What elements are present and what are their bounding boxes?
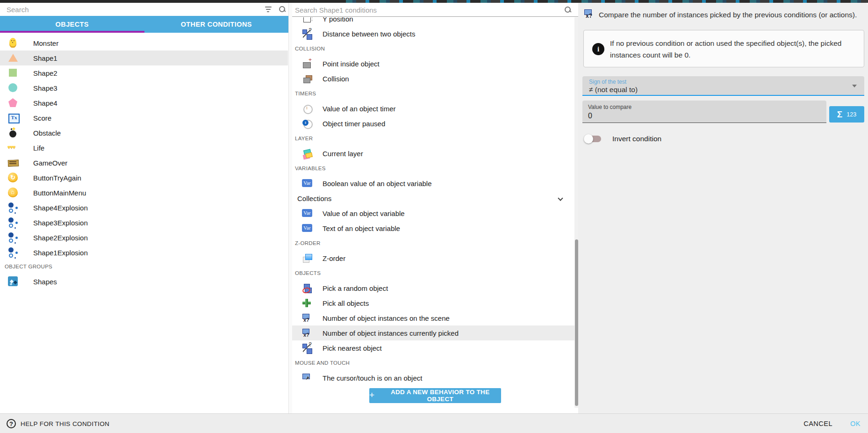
condition-item[interactable]: Number of object instances currently pic… — [292, 325, 574, 340]
condition-item[interactable]: Boolean value of an object variable — [292, 176, 574, 191]
pick-all-icon — [302, 298, 312, 308]
object-list-item[interactable]: Shape3 — [0, 80, 288, 95]
tab-objects[interactable]: OBJECTS — [0, 16, 144, 33]
timer-icon — [302, 103, 312, 114]
filter-icon[interactable] — [265, 6, 272, 13]
condition-label: Point inside object — [323, 60, 380, 68]
search-icon[interactable] — [279, 6, 286, 13]
life-hearts-icon — [7, 142, 19, 153]
chevron-down-icon[interactable] — [558, 195, 563, 201]
subcategory-row[interactable]: Collections — [292, 191, 574, 206]
search-icon[interactable] — [564, 6, 572, 14]
condition-item[interactable]: The cursor/touch is on an object — [292, 370, 574, 385]
help-label: HELP FOR THIS CONDITION — [21, 420, 109, 427]
button-tryagain-icon — [7, 172, 19, 183]
condition-item[interactable]: Object timer paused — [292, 116, 574, 131]
condition-label: Object timer paused — [323, 120, 385, 128]
add-behavior-label: ADD A NEW BEHAVIOR TO THE OBJECT — [379, 389, 501, 403]
object-list-item[interactable]: Shape2 — [0, 65, 288, 80]
condition-item[interactable]: Distance between two objects — [292, 26, 574, 41]
add-behavior-button[interactable]: + ADD A NEW BEHAVIOR TO THE OBJECT — [369, 388, 501, 403]
z-order-icon — [302, 253, 312, 263]
conditions-search-input[interactable] — [295, 4, 557, 15]
object-list-item[interactable]: Shape1 — [0, 51, 288, 65]
object-label: Score — [33, 114, 51, 122]
condition-item[interactable]: Current layer — [292, 146, 574, 161]
cancel-button[interactable]: CANCEL — [803, 420, 832, 427]
condition-item[interactable]: Text of an object variable — [292, 221, 574, 236]
object-list-item[interactable]: ButtonTryAgain — [0, 170, 288, 185]
object-list-item[interactable]: ButtonMainMenu — [0, 185, 288, 200]
object-list-item[interactable]: Life — [0, 140, 288, 155]
category-header: VARIABLES — [292, 161, 574, 176]
object-label: Shape1Explosion — [33, 249, 88, 257]
conditions-scrollbar-track[interactable] — [574, 17, 578, 408]
condition-item[interactable]: Pick a random object — [292, 281, 574, 296]
objects-search-input[interactable] — [7, 4, 250, 15]
collision-icon — [302, 73, 312, 84]
object-list-item[interactable]: GameOver — [0, 155, 288, 170]
conditions-scrollbar-thumb[interactable] — [575, 239, 578, 406]
category-header: OBJECTS — [292, 266, 574, 281]
condition-label: Boolean value of an object variable — [323, 180, 432, 188]
object-list-item[interactable]: Shape3Explosion — [0, 215, 288, 230]
object-list-item[interactable]: Shape4Explosion — [0, 200, 288, 215]
condition-item[interactable]: Pick all objects — [292, 296, 574, 310]
help-for-condition-link[interactable]: ? HELP FOR THIS CONDITION — [7, 414, 109, 433]
object-label: Obstacle — [33, 129, 61, 137]
pick-random-icon — [302, 283, 312, 293]
condition-label: The cursor/touch is on an object — [323, 374, 422, 382]
condition-item[interactable]: Pick nearest object — [292, 340, 574, 355]
object-list-item[interactable]: Shape1Explosion — [0, 245, 288, 260]
object-list-item[interactable]: Shapes — [0, 273, 288, 290]
object-list-item[interactable]: Score — [0, 110, 288, 125]
object-label: Life — [33, 144, 44, 152]
condition-item[interactable]: Z-order — [292, 251, 574, 266]
condition-item[interactable]: Collision — [292, 71, 574, 86]
condition-description: Compare the number of instances picked b… — [599, 8, 857, 20]
y-position-icon — [302, 17, 312, 24]
sign-of-test-select[interactable]: Sign of the test ≠ (not equal to) — [582, 76, 864, 96]
invert-condition-toggle[interactable] — [585, 136, 601, 142]
condition-item[interactable]: Value of an object variable — [292, 206, 574, 221]
expression-builder-button[interactable]: Σ 123 — [829, 106, 864, 123]
chevron-down-icon — [852, 85, 857, 87]
object-list-item[interactable]: Monster — [0, 36, 288, 51]
sign-of-test-label: Sign of the test — [589, 79, 626, 85]
toggle-knob — [584, 134, 593, 144]
plus-icon: + — [369, 390, 374, 400]
value-to-compare-value: 0 — [588, 112, 592, 120]
pick-nearest-icon — [302, 343, 312, 353]
object-label: GameOver — [33, 159, 67, 167]
conditions-search-bar — [292, 3, 578, 17]
footer-actions: CANCEL OK — [803, 414, 861, 433]
object-list-item[interactable]: Shape4 — [0, 95, 288, 110]
count-instances-icon — [302, 328, 312, 338]
point-inside-icon — [302, 58, 312, 69]
object-label: Monster — [33, 39, 58, 47]
object-list-item[interactable]: Shape2Explosion — [0, 230, 288, 245]
condition-item[interactable]: Number of object instances on the scene — [292, 310, 574, 325]
count-instances-icon — [302, 313, 312, 323]
object-label: Shape4 — [33, 99, 57, 107]
shape4-pentagon-icon — [7, 97, 19, 108]
condition-item[interactable]: Y position — [292, 17, 574, 26]
tab-other-conditions[interactable]: OTHER CONDITIONS — [144, 16, 289, 33]
objects-panel: OBJECTS OTHER CONDITIONS MonsterShape1Sh… — [0, 3, 288, 413]
score-text-icon — [7, 112, 19, 123]
condition-label: Distance between two objects — [323, 30, 415, 38]
distance-icon — [302, 29, 312, 39]
object-label: Shapes — [33, 278, 57, 286]
object-label: Shape2Explosion — [33, 234, 88, 242]
obstacle-bomb-icon — [7, 127, 19, 138]
condition-item[interactable]: Value of an object timer — [292, 101, 574, 116]
gameover-icon — [7, 157, 19, 168]
ok-button[interactable]: OK — [850, 420, 861, 427]
dialog-footer: ? HELP FOR THIS CONDITION CANCEL OK — [0, 413, 868, 433]
panel-divider — [288, 3, 292, 413]
object-list-item[interactable]: Obstacle — [0, 125, 288, 140]
condition-item[interactable]: Point inside object — [292, 56, 574, 71]
value-to-compare-field[interactable]: Value to compare 0 — [582, 101, 826, 123]
shapes-group-icon — [7, 276, 19, 287]
condition-label: Current layer — [323, 150, 363, 158]
